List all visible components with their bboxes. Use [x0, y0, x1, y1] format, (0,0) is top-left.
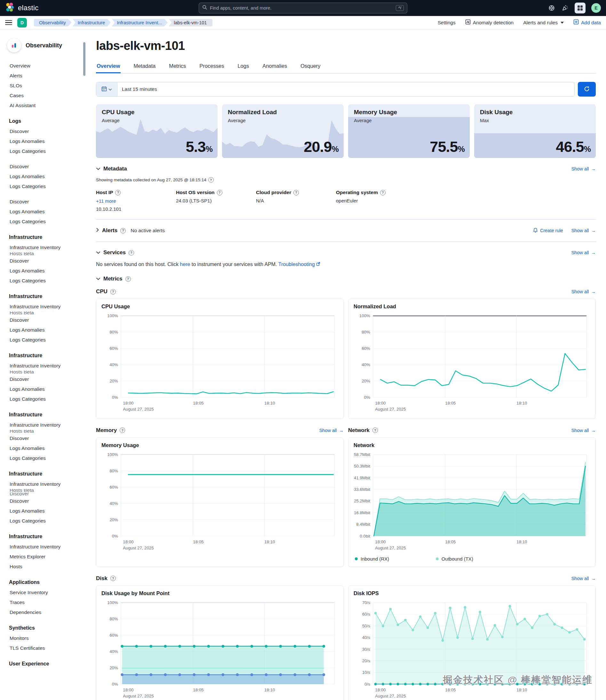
- sidebar-item-logs-categories[interactable]: Logs Categories: [0, 516, 83, 526]
- sidebar-item-infrastructure-inventory[interactable]: Infrastructure Inventory: [0, 420, 83, 430]
- whats-new-icon[interactable]: [561, 4, 569, 12]
- sidebar-item-discover[interactable]: Discover: [0, 162, 83, 171]
- elastic-brand[interactable]: elastic: [5, 2, 92, 14]
- help-icon[interactable]: ?: [110, 289, 116, 294]
- sidebar-item-logs-anomalies[interactable]: Logs Anomalies: [0, 325, 83, 335]
- sidebar-item-hosts[interactable]: Hosts: [0, 561, 83, 572]
- scrollbar-thumb[interactable]: [83, 42, 86, 76]
- sidebar-item-dependencies[interactable]: Dependencies: [0, 607, 83, 617]
- sidebar-item-logs-anomalies[interactable]: Logs Anomalies: [0, 207, 83, 217]
- anomaly-detection-button[interactable]: Anomaly detection: [465, 19, 514, 26]
- sidebar-item-logs-anomalies[interactable]: Logs Anomalies: [0, 384, 83, 394]
- sidebar-item-discover[interactable]: Discover: [0, 496, 83, 506]
- refresh-button[interactable]: [578, 82, 596, 97]
- disk-show-all[interactable]: Show all→: [572, 576, 596, 581]
- tab-metrics[interactable]: Metrics: [168, 60, 187, 73]
- sidebar-item-monitors[interactable]: Monitors: [0, 633, 83, 643]
- tab-osquery[interactable]: Osquery: [300, 60, 321, 73]
- sidebar-item-tls-certificates[interactable]: TLS Certificates: [0, 643, 83, 653]
- sidebar-item-logs-categories[interactable]: Logs Categories: [0, 335, 83, 345]
- metadata-show-all[interactable]: Show all→: [572, 166, 596, 171]
- breadcrumb-infrastructure[interactable]: Infrastructure: [73, 19, 111, 27]
- sidebar-scrollbar[interactable]: [83, 29, 86, 700]
- tab-logs[interactable]: Logs: [237, 60, 250, 73]
- sidebar-item-logs-categories[interactable]: Logs Categories: [0, 394, 83, 404]
- cpu-usage-chart[interactable]: 100%80%60%40%20%0%18:00August 27, 202518…: [101, 311, 339, 415]
- help-icon[interactable]: ?: [120, 228, 126, 234]
- chevron-down-icon[interactable]: [96, 166, 100, 172]
- help-icon[interactable]: ?: [372, 428, 378, 433]
- sidebar-item-ai-assistant[interactable]: AI Assistant: [0, 100, 83, 110]
- alerts-and-rules-button[interactable]: Alerts and rules: [523, 20, 564, 26]
- sidebar-item-alerts[interactable]: Alerts: [0, 71, 83, 80]
- settings-button[interactable]: Settings: [438, 20, 456, 26]
- sidebar-item-logs-categories[interactable]: Logs Categories: [0, 276, 83, 286]
- alerts-show-all[interactable]: Show all→: [572, 228, 596, 233]
- help-icon[interactable]: ?: [217, 190, 223, 195]
- services-show-all[interactable]: Show all→: [572, 250, 596, 255]
- help-icon[interactable]: ?: [120, 428, 125, 433]
- sidebar-item-metrics-explorer[interactable]: Metrics Explorer: [0, 552, 83, 561]
- space-badge[interactable]: D: [17, 18, 27, 27]
- menu-icon[interactable]: [5, 20, 12, 25]
- sidebar-item-traces[interactable]: Traces: [0, 597, 83, 607]
- sidebar-item-logs-categories[interactable]: Logs Categories: [0, 453, 83, 463]
- sidebar-item-infrastructure-inventory[interactable]: Infrastructure Inventory: [0, 479, 83, 489]
- sidebar-item-logs-anomalies[interactable]: Logs Anomalies: [0, 136, 83, 146]
- tab-anomalies[interactable]: Anomalies: [262, 60, 288, 73]
- breadcrumb-infrastructure-invent[interactable]: Infrastructure Invent...: [112, 19, 168, 27]
- host-ip-more-link[interactable]: +11 more: [96, 198, 176, 204]
- sidebar-item-discover[interactable]: Discover: [0, 315, 83, 325]
- sidebar-item-logs-categories[interactable]: Logs Categories: [0, 146, 83, 156]
- instrument-here-link[interactable]: here: [180, 262, 190, 267]
- sidebar-item-infrastructure-inventory[interactable]: Infrastructure Inventory: [0, 301, 83, 311]
- cpu-show-all[interactable]: Show all→: [572, 289, 596, 294]
- date-picker-button[interactable]: [96, 82, 117, 96]
- help-icon[interactable]: ?: [110, 576, 116, 581]
- info-icon[interactable]: ?: [208, 177, 214, 183]
- help-icon[interactable]: ?: [294, 190, 299, 195]
- create-rule-button[interactable]: Create rule: [533, 228, 563, 234]
- sidebar-item-discover[interactable]: Discover: [0, 126, 83, 136]
- sidebar-item-logs-anomalies[interactable]: Logs Anomalies: [0, 171, 83, 181]
- legend-item-outbound-tx[interactable]: Outbound (TX): [436, 556, 508, 561]
- sidebar-item-discover[interactable]: Discover: [0, 374, 83, 384]
- tab-metadata[interactable]: Metadata: [133, 60, 156, 73]
- chevron-right-icon[interactable]: [96, 228, 99, 234]
- global-search-input[interactable]: Find apps, content, and more. ^/: [199, 3, 407, 14]
- breadcrumb-observability[interactable]: Observability: [34, 19, 72, 27]
- sidebar-item-overview[interactable]: Overview: [0, 61, 83, 71]
- kpi-disk-usage[interactable]: Disk UsageMax46.5%: [474, 104, 596, 158]
- chevron-down-icon[interactable]: [96, 250, 100, 256]
- network-chart[interactable]: 58.7Mbit50.3Mbit41.9Mbit33.6Mbit25.2Mbit…: [353, 450, 591, 554]
- sidebar-item-logs-categories[interactable]: Logs Categories: [0, 217, 83, 226]
- normalized-load-chart[interactable]: 100%80%60%40%20%0%18:00August 27, 202518…: [353, 311, 591, 415]
- apps-menu-button[interactable]: [575, 3, 585, 14]
- tab-processes[interactable]: Processes: [199, 60, 225, 73]
- memory-usage-chart[interactable]: 100%80%60%40%20%0%18:00August 27, 202518…: [101, 450, 339, 554]
- sidebar-item-infrastructure-inventory[interactable]: Infrastructure Inventory: [0, 542, 83, 552]
- help-icon[interactable]: ?: [125, 276, 131, 282]
- tab-overview[interactable]: Overview: [96, 60, 121, 73]
- sidebar-item-cases[interactable]: Cases: [0, 91, 83, 100]
- user-avatar[interactable]: E: [591, 3, 601, 13]
- sidebar-item-discover[interactable]: Discover: [0, 433, 83, 443]
- help-icon[interactable]: ?: [380, 190, 386, 195]
- kpi-memory-usage[interactable]: Memory UsageAverage75.5%: [348, 104, 470, 158]
- sidebar-item-service-inventory[interactable]: Service Inventory: [0, 587, 83, 597]
- chevron-down-icon[interactable]: [96, 276, 100, 282]
- sidebar-item-infrastructure-inventory[interactable]: Infrastructure Inventory: [0, 361, 83, 371]
- sidebar-item-logs-anomalies[interactable]: Logs Anomalies: [0, 266, 83, 276]
- troubleshooting-link[interactable]: Troubleshooting: [278, 262, 315, 267]
- kpi-normalized-load[interactable]: Normalized LoadAverage20.9%: [222, 104, 344, 158]
- legend-item-inbound-rx[interactable]: Inbound (RX): [355, 556, 427, 561]
- network-show-all[interactable]: Show all→: [572, 428, 596, 433]
- memory-show-all[interactable]: Show all→: [319, 428, 344, 433]
- sidebar-item-slos[interactable]: SLOs: [0, 80, 83, 91]
- help-icon[interactable]: [548, 4, 556, 12]
- help-icon[interactable]: ?: [129, 250, 134, 256]
- time-range-input[interactable]: Last 15 minutes: [117, 82, 574, 96]
- sidebar-item-logs-anomalies[interactable]: Logs Anomalies: [0, 443, 83, 453]
- help-icon[interactable]: ?: [115, 190, 121, 195]
- sidebar-item-discover[interactable]: Discover: [0, 197, 83, 207]
